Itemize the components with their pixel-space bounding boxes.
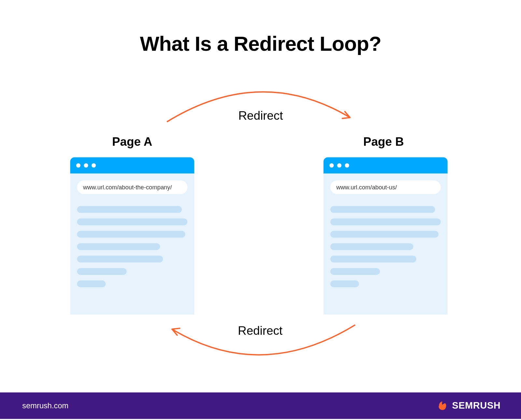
semrush-brand-text: SEMRUSH [452,400,500,411]
page-a-label: Page A [112,135,152,149]
content-line [330,280,359,287]
content-line [330,231,438,238]
window-dot-icon [76,163,80,168]
content-line [330,218,441,225]
window-dot-icon [337,163,341,168]
content-line [77,268,127,275]
content-placeholder [330,206,441,287]
window-dot-icon [84,163,88,168]
browser-window-page-b: www.url.com/about-us/ [323,157,447,315]
browser-header [323,157,447,174]
semrush-flame-icon [437,400,449,412]
content-line [330,243,413,250]
content-line [77,206,182,213]
content-line [77,218,188,225]
redirect-label-bottom: Redirect [238,324,283,338]
content-line [77,280,106,287]
page-b-label: Page B [363,135,404,149]
url-bar-page-a: www.url.com/about-the-company/ [77,181,188,194]
content-line [77,231,185,238]
browser-body: www.url.com/about-the-company/ [70,173,194,315]
browser-window-page-a: www.url.com/about-the-company/ [70,157,194,315]
content-line [77,256,163,263]
content-placeholder [77,206,188,287]
window-dot-icon [330,163,334,168]
semrush-logo: SEMRUSH [437,400,500,412]
content-line [330,256,416,263]
diagram-canvas: What Is a Redirect Loop? Page A Page B R… [0,0,521,418]
content-line [330,268,380,275]
redirect-label-top: Redirect [238,109,283,123]
window-dot-icon [345,163,349,168]
diagram-title: What Is a Redirect Loop? [140,32,381,56]
footer-url: semrush.com [22,401,68,410]
footer: semrush.com SEMRUSH [0,392,521,419]
browser-header [70,157,194,174]
content-line [77,243,160,250]
content-line [330,206,435,213]
window-dot-icon [92,163,96,168]
url-bar-page-b: www.url.com/about-us/ [330,181,441,194]
browser-body: www.url.com/about-us/ [323,173,447,315]
